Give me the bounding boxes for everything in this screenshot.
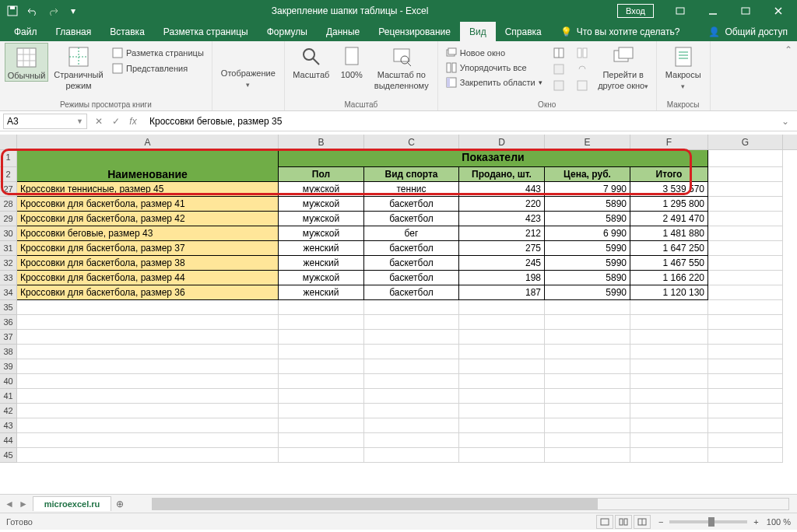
row-header[interactable]: 2 [0, 167, 17, 182]
cell[interactable]: Итого [630, 167, 708, 182]
display-button[interactable]: Отображение▾ [217, 43, 279, 89]
undo-icon[interactable] [23, 2, 42, 20]
cell[interactable] [459, 300, 545, 315]
cell[interactable]: 245 [459, 256, 545, 271]
cell[interactable] [708, 418, 783, 433]
cell[interactable]: Кроссовки теннисные, размер 45 [17, 182, 279, 197]
cell[interactable]: теннис [364, 182, 459, 197]
row-header[interactable]: 41 [0, 389, 17, 404]
cell[interactable] [279, 300, 364, 315]
formula-input[interactable] [145, 114, 777, 129]
unhide-button[interactable] [550, 79, 567, 93]
cell[interactable]: баскетбол [364, 212, 459, 226]
add-sheet-button[interactable]: ⊕ [111, 499, 128, 509]
maximize-icon[interactable] [730, 0, 761, 22]
qat-customize-icon[interactable]: ▾ [64, 2, 83, 20]
zoom-slider[interactable] [669, 520, 747, 523]
cell[interactable] [17, 404, 279, 418]
cell[interactable] [279, 389, 364, 404]
expand-formula-icon[interactable]: ⌄ [777, 116, 794, 127]
cell[interactable] [459, 418, 545, 433]
cell[interactable]: женский [279, 241, 364, 256]
cell[interactable]: 443 [459, 182, 545, 197]
page-layout-button[interactable]: Разметка страницы [109, 46, 207, 60]
row-header[interactable]: 31 [0, 241, 17, 256]
cell[interactable] [708, 300, 783, 315]
sheet-tab[interactable]: microexcel.ru [33, 496, 112, 511]
cell[interactable] [17, 448, 279, 463]
row-header[interactable]: 40 [0, 374, 17, 389]
cell[interactable]: женский [279, 256, 364, 271]
cell[interactable] [279, 418, 364, 433]
cell[interactable]: 423 [459, 212, 545, 226]
cell[interactable] [630, 330, 708, 345]
page-break-icon[interactable] [634, 515, 651, 529]
cell[interactable]: Показатели [279, 150, 708, 167]
tab-insert[interactable]: Вставка [100, 22, 154, 41]
row-header[interactable]: 45 [0, 448, 17, 463]
cell[interactable]: Кроссовки для баскетбола, размер 37 [17, 241, 279, 256]
cell[interactable]: Кроссовки для баскетбола, размер 36 [17, 285, 279, 300]
cell[interactable] [545, 315, 630, 330]
cell[interactable] [459, 448, 545, 463]
cell[interactable]: 1 295 800 [630, 197, 708, 212]
row-header[interactable]: 33 [0, 271, 17, 285]
cell[interactable] [364, 404, 459, 418]
cell[interactable]: Пол [279, 167, 364, 182]
cell[interactable] [545, 330, 630, 345]
cell[interactable] [708, 271, 783, 285]
cell[interactable]: мужской [279, 226, 364, 241]
cell[interactable] [708, 182, 783, 197]
save-icon[interactable] [3, 2, 22, 20]
switch-window-button[interactable]: Перейти в другое окно▾ [595, 43, 651, 91]
cell[interactable] [364, 374, 459, 389]
cell[interactable]: баскетбол [364, 241, 459, 256]
cell[interactable] [708, 256, 783, 271]
cell[interactable]: баскетбол [364, 256, 459, 271]
cell[interactable]: 1 481 880 [630, 226, 708, 241]
login-button[interactable]: Вход [617, 4, 654, 18]
row-header[interactable]: 32 [0, 256, 17, 271]
cell[interactable] [364, 315, 459, 330]
cell[interactable]: 3 539 570 [630, 182, 708, 197]
cell[interactable]: 1 467 550 [630, 256, 708, 271]
cell[interactable]: мужской [279, 197, 364, 212]
cell[interactable]: баскетбол [364, 271, 459, 285]
cell[interactable] [364, 418, 459, 433]
zoom-out-button[interactable]: − [658, 517, 663, 527]
zoom-100-button[interactable]: 100% [336, 43, 367, 80]
cell[interactable] [459, 359, 545, 374]
collapse-ribbon-icon[interactable]: ⌃ [785, 44, 792, 55]
cell[interactable]: 187 [459, 285, 545, 300]
cell[interactable] [17, 374, 279, 389]
cell[interactable] [279, 448, 364, 463]
cell[interactable] [545, 374, 630, 389]
cell[interactable]: Кроссовки для баскетбола, размер 42 [17, 212, 279, 226]
cell[interactable] [630, 389, 708, 404]
row-header[interactable]: 35 [0, 300, 17, 315]
normal-view-button[interactable]: Обычный [5, 43, 48, 82]
cell[interactable]: 7 990 [545, 182, 630, 197]
cell[interactable] [630, 433, 708, 448]
tab-home[interactable]: Главная [47, 22, 101, 41]
cell[interactable]: женский [279, 285, 364, 300]
cell[interactable] [17, 315, 279, 330]
cell[interactable] [630, 345, 708, 359]
cell[interactable] [17, 300, 279, 315]
cell[interactable] [630, 300, 708, 315]
cell[interactable] [459, 374, 545, 389]
cell[interactable] [545, 359, 630, 374]
cell[interactable]: 220 [459, 197, 545, 212]
cell[interactable]: Кроссовки для баскетбола, размер 41 [17, 197, 279, 212]
tab-formulas[interactable]: Формулы [258, 22, 317, 41]
cell[interactable] [708, 285, 783, 300]
cell[interactable]: мужской [279, 182, 364, 197]
cell[interactable]: 5890 [545, 212, 630, 226]
normal-view-icon[interactable] [596, 515, 613, 529]
col-header[interactable]: B [279, 135, 364, 149]
cell[interactable] [708, 433, 783, 448]
custom-views-button[interactable]: Представления [109, 61, 207, 75]
arrange-all-button[interactable]: Упорядочить все [443, 61, 546, 75]
cell[interactable] [279, 374, 364, 389]
sync-scroll-button[interactable] [574, 62, 591, 76]
